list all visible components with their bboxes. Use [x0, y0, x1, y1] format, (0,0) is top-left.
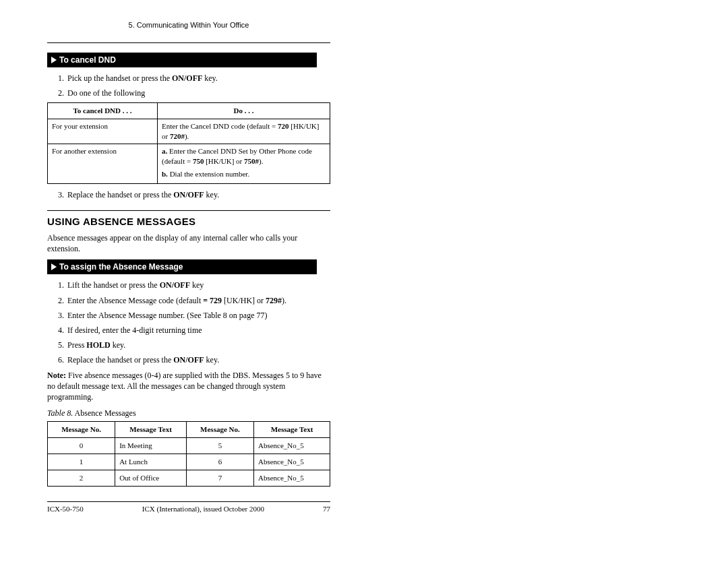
table-caption: Table 8. Absence Messages	[47, 408, 330, 418]
section-heading-absence: USING ABSENCE MESSAGES	[47, 215, 330, 228]
procedure-title: To cancel DND	[59, 55, 116, 65]
footer-page: 77	[323, 504, 330, 514]
assign-absence-steps: Lift the handset or press the ON/OFF key…	[57, 280, 330, 365]
table-cell: a. Enter the Cancel DND Set by Other Pho…	[158, 144, 330, 184]
step: If desired, enter the 4-digit returning …	[66, 325, 330, 336]
table-header: Do . . .	[158, 103, 330, 119]
step: Replace the handset or press the ON/OFF …	[66, 354, 330, 365]
procedure-bar-assign-absence: To assign the Absence Message	[47, 259, 317, 274]
step: Enter the Absence Message number. (See T…	[66, 310, 330, 321]
footer-doc-id: ICX-50-750	[47, 504, 84, 514]
step: Press HOLD key.	[66, 340, 330, 350]
note-paragraph: Note: Five absence messages (0-4) are su…	[47, 370, 330, 403]
section-rule	[47, 210, 330, 211]
cancel-dnd-table: To cancel DND . . . Do . . . For your ex…	[47, 102, 330, 184]
section-intro: Absence messages appear on the display o…	[47, 232, 330, 254]
arrow-icon	[51, 57, 57, 63]
step: Replace the handset or press the ON/OFF …	[66, 189, 330, 200]
arrow-icon	[51, 263, 57, 270]
table-row: 2 Out of Office 7 Absence_No_5	[48, 470, 330, 486]
footer-rule	[47, 501, 330, 502]
step: Pick up the handset or press the ON/OFF …	[66, 73, 330, 84]
step: Do one of the following	[66, 88, 330, 98]
page-footer: ICX-50-750 ICX (International), issued O…	[47, 504, 330, 514]
step: Lift the handset or press the ON/OFF key	[66, 280, 330, 290]
chapter-header: 5. Communicating Within Your Office	[47, 20, 330, 30]
procedure-title: To assign the Absence Message	[59, 262, 183, 272]
table-header: Message Text	[254, 422, 330, 438]
table-header: Message No.	[186, 422, 253, 438]
table-header: Message Text	[115, 422, 187, 438]
table-cell: For another extension	[48, 144, 158, 184]
step: Enter the Absence Message code (default …	[66, 295, 330, 306]
cancel-dnd-steps: Pick up the handset or press the ON/OFF …	[57, 73, 330, 98]
cancel-dnd-steps-cont: Replace the handset or press the ON/OFF …	[57, 189, 330, 200]
procedure-bar-cancel-dnd: To cancel DND	[47, 53, 317, 67]
table-cell: Enter the Cancel DND code (default = 720…	[158, 119, 330, 144]
absence-messages-table: Message No. Message Text Message No. Mes…	[47, 421, 330, 486]
footer-issue: ICX (International), issued October 2000	[142, 504, 264, 514]
table-cell: For your extension	[48, 119, 158, 144]
table-header: To cancel DND . . .	[48, 103, 158, 119]
document-page: 5. Communicating Within Your Office To c…	[47, 20, 330, 514]
table-header: Message No.	[48, 422, 115, 438]
table-row: 1 At Lunch 6 Absence_No_5	[48, 454, 330, 470]
table-row: 0 In Meeting 5 Absence_No_5	[48, 438, 330, 454]
chapter-rule	[47, 42, 330, 43]
